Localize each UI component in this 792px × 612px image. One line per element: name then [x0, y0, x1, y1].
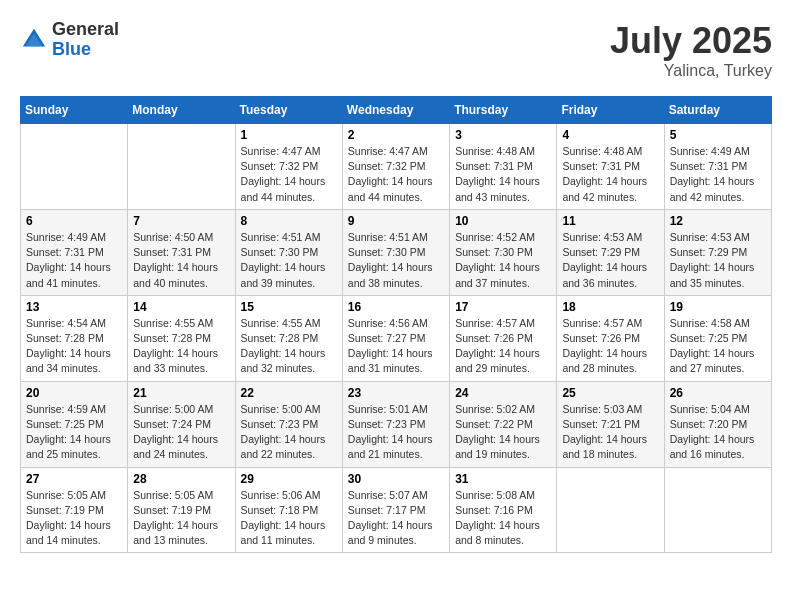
- calendar-cell: [557, 467, 664, 553]
- calendar-cell: 5Sunrise: 4:49 AMSunset: 7:31 PMDaylight…: [664, 124, 771, 210]
- day-info: Sunrise: 5:08 AMSunset: 7:16 PMDaylight:…: [455, 488, 551, 549]
- calendar-week-3: 13Sunrise: 4:54 AMSunset: 7:28 PMDayligh…: [21, 295, 772, 381]
- day-number: 15: [241, 300, 337, 314]
- day-number: 2: [348, 128, 444, 142]
- day-info: Sunrise: 4:49 AMSunset: 7:31 PMDaylight:…: [26, 230, 122, 291]
- month-title: July 2025: [610, 20, 772, 62]
- calendar-cell: 28Sunrise: 5:05 AMSunset: 7:19 PMDayligh…: [128, 467, 235, 553]
- calendar-cell: 16Sunrise: 4:56 AMSunset: 7:27 PMDayligh…: [342, 295, 449, 381]
- day-number: 17: [455, 300, 551, 314]
- calendar-cell: 12Sunrise: 4:53 AMSunset: 7:29 PMDayligh…: [664, 209, 771, 295]
- logo-general: General: [52, 20, 119, 40]
- title-block: July 2025 Yalinca, Turkey: [610, 20, 772, 80]
- day-number: 30: [348, 472, 444, 486]
- calendar-cell: 4Sunrise: 4:48 AMSunset: 7:31 PMDaylight…: [557, 124, 664, 210]
- calendar-cell: 23Sunrise: 5:01 AMSunset: 7:23 PMDayligh…: [342, 381, 449, 467]
- day-info: Sunrise: 4:53 AMSunset: 7:29 PMDaylight:…: [670, 230, 766, 291]
- calendar-body: 1Sunrise: 4:47 AMSunset: 7:32 PMDaylight…: [21, 124, 772, 553]
- day-info: Sunrise: 4:55 AMSunset: 7:28 PMDaylight:…: [241, 316, 337, 377]
- calendar-week-5: 27Sunrise: 5:05 AMSunset: 7:19 PMDayligh…: [21, 467, 772, 553]
- day-number: 5: [670, 128, 766, 142]
- calendar-week-1: 1Sunrise: 4:47 AMSunset: 7:32 PMDaylight…: [21, 124, 772, 210]
- day-number: 31: [455, 472, 551, 486]
- day-info: Sunrise: 4:54 AMSunset: 7:28 PMDaylight:…: [26, 316, 122, 377]
- weekday-header-sunday: Sunday: [21, 97, 128, 124]
- calendar-cell: 7Sunrise: 4:50 AMSunset: 7:31 PMDaylight…: [128, 209, 235, 295]
- calendar-cell: 11Sunrise: 4:53 AMSunset: 7:29 PMDayligh…: [557, 209, 664, 295]
- day-info: Sunrise: 4:48 AMSunset: 7:31 PMDaylight:…: [562, 144, 658, 205]
- day-number: 12: [670, 214, 766, 228]
- weekday-header-wednesday: Wednesday: [342, 97, 449, 124]
- logo-text: General Blue: [52, 20, 119, 60]
- calendar-cell: 26Sunrise: 5:04 AMSunset: 7:20 PMDayligh…: [664, 381, 771, 467]
- weekday-header-friday: Friday: [557, 97, 664, 124]
- weekday-row: SundayMondayTuesdayWednesdayThursdayFrid…: [21, 97, 772, 124]
- day-number: 29: [241, 472, 337, 486]
- calendar-cell: 22Sunrise: 5:00 AMSunset: 7:23 PMDayligh…: [235, 381, 342, 467]
- day-number: 27: [26, 472, 122, 486]
- day-number: 3: [455, 128, 551, 142]
- day-info: Sunrise: 5:04 AMSunset: 7:20 PMDaylight:…: [670, 402, 766, 463]
- calendar-cell: [128, 124, 235, 210]
- calendar-table: SundayMondayTuesdayWednesdayThursdayFrid…: [20, 96, 772, 553]
- day-number: 1: [241, 128, 337, 142]
- day-number: 11: [562, 214, 658, 228]
- day-number: 6: [26, 214, 122, 228]
- day-info: Sunrise: 4:47 AMSunset: 7:32 PMDaylight:…: [348, 144, 444, 205]
- day-info: Sunrise: 5:07 AMSunset: 7:17 PMDaylight:…: [348, 488, 444, 549]
- calendar-cell: 8Sunrise: 4:51 AMSunset: 7:30 PMDaylight…: [235, 209, 342, 295]
- day-info: Sunrise: 4:51 AMSunset: 7:30 PMDaylight:…: [241, 230, 337, 291]
- day-info: Sunrise: 5:05 AMSunset: 7:19 PMDaylight:…: [26, 488, 122, 549]
- day-number: 16: [348, 300, 444, 314]
- calendar-week-2: 6Sunrise: 4:49 AMSunset: 7:31 PMDaylight…: [21, 209, 772, 295]
- calendar-week-4: 20Sunrise: 4:59 AMSunset: 7:25 PMDayligh…: [21, 381, 772, 467]
- day-number: 26: [670, 386, 766, 400]
- day-info: Sunrise: 5:00 AMSunset: 7:24 PMDaylight:…: [133, 402, 229, 463]
- calendar-cell: 25Sunrise: 5:03 AMSunset: 7:21 PMDayligh…: [557, 381, 664, 467]
- day-info: Sunrise: 4:51 AMSunset: 7:30 PMDaylight:…: [348, 230, 444, 291]
- weekday-header-thursday: Thursday: [450, 97, 557, 124]
- day-info: Sunrise: 4:57 AMSunset: 7:26 PMDaylight:…: [562, 316, 658, 377]
- day-info: Sunrise: 5:01 AMSunset: 7:23 PMDaylight:…: [348, 402, 444, 463]
- day-info: Sunrise: 5:03 AMSunset: 7:21 PMDaylight:…: [562, 402, 658, 463]
- calendar-header: SundayMondayTuesdayWednesdayThursdayFrid…: [21, 97, 772, 124]
- calendar-cell: 21Sunrise: 5:00 AMSunset: 7:24 PMDayligh…: [128, 381, 235, 467]
- day-number: 23: [348, 386, 444, 400]
- calendar-cell: 6Sunrise: 4:49 AMSunset: 7:31 PMDaylight…: [21, 209, 128, 295]
- calendar-cell: 13Sunrise: 4:54 AMSunset: 7:28 PMDayligh…: [21, 295, 128, 381]
- logo: General Blue: [20, 20, 119, 60]
- day-number: 8: [241, 214, 337, 228]
- weekday-header-saturday: Saturday: [664, 97, 771, 124]
- day-info: Sunrise: 4:53 AMSunset: 7:29 PMDaylight:…: [562, 230, 658, 291]
- day-number: 9: [348, 214, 444, 228]
- day-info: Sunrise: 4:58 AMSunset: 7:25 PMDaylight:…: [670, 316, 766, 377]
- day-number: 7: [133, 214, 229, 228]
- calendar-cell: 30Sunrise: 5:07 AMSunset: 7:17 PMDayligh…: [342, 467, 449, 553]
- page-header: General Blue July 2025 Yalinca, Turkey: [20, 20, 772, 80]
- day-info: Sunrise: 5:02 AMSunset: 7:22 PMDaylight:…: [455, 402, 551, 463]
- day-number: 10: [455, 214, 551, 228]
- calendar-cell: 29Sunrise: 5:06 AMSunset: 7:18 PMDayligh…: [235, 467, 342, 553]
- day-number: 19: [670, 300, 766, 314]
- day-number: 4: [562, 128, 658, 142]
- day-info: Sunrise: 4:57 AMSunset: 7:26 PMDaylight:…: [455, 316, 551, 377]
- day-number: 28: [133, 472, 229, 486]
- calendar-cell: [21, 124, 128, 210]
- calendar-cell: 27Sunrise: 5:05 AMSunset: 7:19 PMDayligh…: [21, 467, 128, 553]
- calendar-cell: 31Sunrise: 5:08 AMSunset: 7:16 PMDayligh…: [450, 467, 557, 553]
- calendar-cell: 10Sunrise: 4:52 AMSunset: 7:30 PMDayligh…: [450, 209, 557, 295]
- day-number: 21: [133, 386, 229, 400]
- calendar-cell: 19Sunrise: 4:58 AMSunset: 7:25 PMDayligh…: [664, 295, 771, 381]
- day-info: Sunrise: 4:52 AMSunset: 7:30 PMDaylight:…: [455, 230, 551, 291]
- calendar-cell: 2Sunrise: 4:47 AMSunset: 7:32 PMDaylight…: [342, 124, 449, 210]
- day-info: Sunrise: 4:56 AMSunset: 7:27 PMDaylight:…: [348, 316, 444, 377]
- weekday-header-tuesday: Tuesday: [235, 97, 342, 124]
- day-number: 25: [562, 386, 658, 400]
- day-info: Sunrise: 4:55 AMSunset: 7:28 PMDaylight:…: [133, 316, 229, 377]
- calendar-cell: [664, 467, 771, 553]
- calendar-cell: 20Sunrise: 4:59 AMSunset: 7:25 PMDayligh…: [21, 381, 128, 467]
- day-info: Sunrise: 4:49 AMSunset: 7:31 PMDaylight:…: [670, 144, 766, 205]
- day-info: Sunrise: 4:48 AMSunset: 7:31 PMDaylight:…: [455, 144, 551, 205]
- day-number: 13: [26, 300, 122, 314]
- calendar-cell: 14Sunrise: 4:55 AMSunset: 7:28 PMDayligh…: [128, 295, 235, 381]
